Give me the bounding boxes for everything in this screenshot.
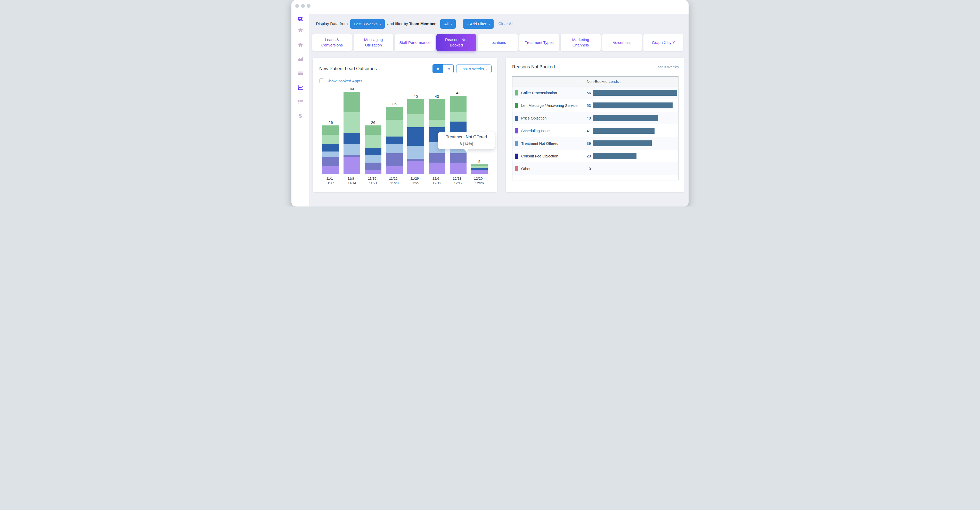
sidebar-item-trends[interactable]	[298, 84, 304, 91]
sort-descending-icon: ↓	[619, 80, 621, 84]
bar-segment[interactable]	[344, 144, 360, 155]
bar-segment[interactable]	[386, 144, 403, 153]
percent-toggle-button[interactable]: %	[443, 65, 453, 73]
bar-segment[interactable]	[365, 155, 382, 163]
bar-segment[interactable]	[365, 135, 382, 148]
bar-segment[interactable]	[322, 151, 339, 157]
bar-segment[interactable]	[450, 163, 466, 174]
table-row[interactable]: Consult Fee Objection29	[512, 150, 678, 163]
bar-segment[interactable]	[407, 159, 424, 161]
add-filter-button[interactable]: + Add Filter▾	[463, 19, 493, 29]
bar-segment[interactable]	[386, 120, 403, 137]
table-row[interactable]: Caller Procrastination56	[512, 86, 678, 99]
table-row[interactable]: Other0	[512, 163, 678, 175]
bar-segment[interactable]	[429, 120, 445, 127]
panel-title: Reasons Not Booked	[512, 64, 655, 70]
non-booked-leads-header[interactable]: Non-Booked Leads↓	[587, 80, 621, 84]
reason-bar-cell	[593, 166, 677, 172]
tab-reasons-not-booked[interactable]: Reasons Not Booked	[436, 34, 476, 51]
reasons-not-booked-panel: Reasons Not Booked Last 8 Weeks Non-Book…	[506, 58, 684, 192]
bar-segment[interactable]	[386, 153, 403, 166]
bar-segment[interactable]	[450, 153, 466, 163]
tab-voicemails[interactable]: Voicemails	[602, 34, 642, 51]
table-row[interactable]: Scheduling Issue41	[512, 124, 678, 137]
sidebar-item-leads-chart[interactable]	[298, 56, 304, 62]
bar-segment[interactable]	[322, 135, 339, 144]
bar-segment[interactable]	[407, 114, 424, 127]
bar-column[interactable]: 36	[384, 102, 405, 174]
table-row[interactable]: Left Message / Answering Service53	[512, 99, 678, 112]
bar-column[interactable]: 26	[363, 120, 384, 174]
bar-segment[interactable]	[471, 168, 488, 170]
bar-segment[interactable]	[365, 148, 382, 155]
bar-segment[interactable]	[471, 164, 488, 166]
bar-total-label: 44	[350, 87, 354, 91]
count-toggle-button[interactable]: #	[433, 65, 443, 73]
tab-messaging-utilization[interactable]: Messaging Utilization	[353, 34, 393, 51]
stacked-bar-chart: 264426364040425 11/1 -11/711/8 -11/1411/…	[319, 85, 491, 186]
bar-segment[interactable]	[344, 112, 360, 133]
tab-marketing-channels[interactable]: Marketing Channels	[561, 34, 601, 51]
bar-segment[interactable]	[365, 163, 382, 170]
window-dot-icon[interactable]	[295, 4, 299, 8]
sidebar-item-home[interactable]	[298, 42, 304, 48]
reason-count: 29	[581, 154, 593, 158]
tab-leads-conversions[interactable]: Leads & Conversions	[312, 34, 352, 51]
column-divider	[579, 78, 579, 85]
bar-segment[interactable]	[407, 161, 424, 174]
bar-segment[interactable]	[429, 99, 445, 120]
bar-segment[interactable]	[365, 170, 382, 174]
sidebar-item-report-table[interactable]	[298, 70, 304, 76]
bar-segment[interactable]	[407, 127, 424, 146]
bar-total-label: 40	[414, 94, 418, 99]
sidebar-item-list[interactable]	[298, 99, 304, 105]
bar-segment[interactable]	[365, 126, 382, 135]
bar-segment[interactable]	[471, 170, 488, 174]
window-controls[interactable]	[291, 0, 689, 8]
bar-segment[interactable]	[429, 163, 445, 174]
bar-segment[interactable]	[386, 166, 403, 174]
bar-segment[interactable]	[344, 157, 360, 174]
bar-column[interactable]: 26	[320, 120, 341, 174]
bar-segment[interactable]	[429, 153, 445, 163]
bar-column[interactable]: 5	[469, 159, 490, 174]
bar-segment[interactable]	[344, 155, 360, 157]
bar-column[interactable]: 44	[341, 87, 362, 174]
sidebar-item-layers[interactable]	[298, 28, 304, 34]
bar-segment[interactable]	[471, 166, 488, 168]
bar-segment[interactable]	[322, 157, 339, 166]
bar-column[interactable]: 40	[405, 94, 426, 174]
bar-segment[interactable]	[450, 96, 466, 113]
bar-segment[interactable]	[407, 146, 424, 159]
reason-color-swatch	[515, 153, 519, 159]
bar-segment[interactable]	[322, 144, 339, 151]
bar-segment[interactable]	[407, 99, 424, 114]
chart-period-dropdown[interactable]: Last 8 Weeks▾	[456, 65, 492, 73]
table-row[interactable]: Treatment Not Offered39	[512, 137, 678, 150]
clear-all-link[interactable]: Clear All	[498, 21, 513, 26]
x-axis-labels: 11/1 -11/711/8 -11/1411/15 -11/2111/22 -…	[319, 176, 491, 186]
bar-segment[interactable]	[344, 92, 360, 112]
bar-segment[interactable]	[386, 137, 403, 144]
tab-treatment-types[interactable]: Treatment Types	[519, 34, 559, 51]
filter-bar: Display Data from Last 8 Weeks▾ and filt…	[309, 14, 689, 30]
bar-segment[interactable]	[344, 133, 360, 144]
window-dot-icon[interactable]	[307, 4, 310, 8]
bar-segment[interactable]	[450, 121, 466, 133]
window-dot-icon[interactable]	[301, 4, 305, 8]
sidebar-item-revenue[interactable]: $	[298, 113, 304, 119]
team-member-dropdown[interactable]: All▾	[440, 19, 456, 29]
show-booked-label[interactable]: Show Booked Appts	[326, 79, 362, 83]
tab-staff-performance[interactable]: Staff Performance	[395, 34, 435, 51]
bar-total-label: 42	[456, 91, 460, 95]
period-dropdown[interactable]: Last 8 Weeks▾	[350, 19, 385, 29]
tab-locations[interactable]: Locations	[478, 34, 518, 51]
bar-segment[interactable]	[450, 112, 466, 121]
table-row[interactable]: Price Objection43	[512, 112, 678, 124]
logo-chat-chart-icon[interactable]	[298, 16, 304, 22]
show-booked-checkbox[interactable]	[319, 78, 324, 83]
tab-graph-x-by-y[interactable]: Graph X by Y	[643, 34, 683, 51]
bar-segment[interactable]	[386, 107, 403, 120]
bar-segment[interactable]	[322, 166, 339, 174]
bar-segment[interactable]	[322, 126, 339, 135]
